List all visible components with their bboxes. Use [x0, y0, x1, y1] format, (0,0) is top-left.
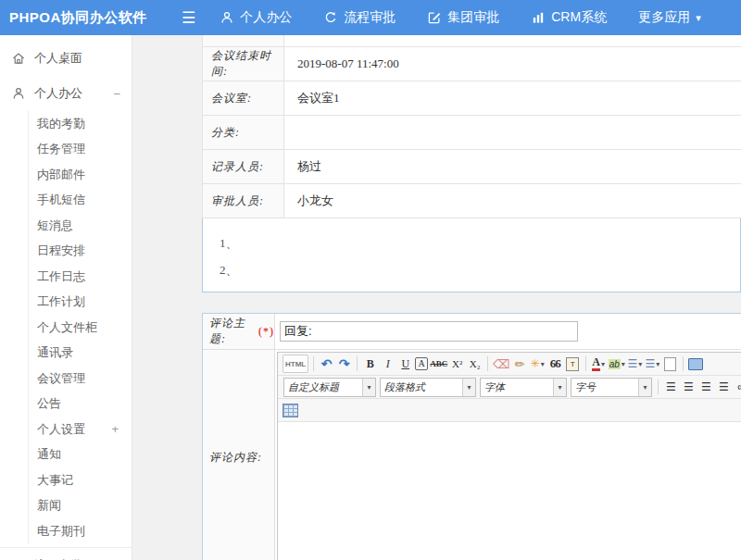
autoformat-icon[interactable]: ✳▾: [530, 355, 546, 372]
underline-icon[interactable]: U: [397, 355, 413, 372]
row-approver: 审批人员: 小龙女: [203, 184, 741, 218]
align-center-icon[interactable]: ☰: [681, 379, 697, 395]
field-label: 会议室:: [203, 81, 284, 115]
nav-crm[interactable]: CRM系统: [531, 9, 607, 26]
paragraph-format-select[interactable]: 段落格式▾: [380, 378, 476, 397]
bold-icon[interactable]: B: [362, 355, 378, 372]
field-value: 杨过: [284, 150, 741, 183]
top-header: PHPOA协同办公软件 ☰ 个人办公 流程审批 集团审批 CRM系统 更多应用 …: [0, 0, 741, 35]
justify-icon[interactable]: ☰: [716, 379, 732, 395]
sidebar-item-internal-mail[interactable]: 内部邮件: [29, 162, 132, 188]
sidebar-item-contacts[interactable]: 通讯录: [29, 341, 132, 367]
sidebar-item-personal-desktop[interactable]: 个人桌面: [0, 41, 132, 76]
sidebar-item-my-attendance[interactable]: 我的考勤: [29, 111, 132, 137]
blockquote-icon[interactable]: 66: [547, 355, 563, 372]
main-content: 会议结束时间: 2019-08-07 11:47:00 会议室: 会议室1 分类…: [132, 35, 741, 560]
field-label: 记录人员:: [203, 150, 284, 183]
cycle-icon: [323, 10, 338, 25]
field-label: 审批人员:: [203, 184, 284, 218]
format-brush-icon[interactable]: ✏: [512, 355, 528, 372]
row-comment-content: 评论内容: HTML ↶ ↷ B I U: [203, 350, 741, 560]
link-icon[interactable]: ∞: [734, 379, 741, 395]
subscript-icon[interactable]: X₂: [467, 355, 483, 372]
eraser-icon[interactable]: ⌫: [493, 355, 509, 372]
highlight-icon[interactable]: ab▾: [609, 355, 625, 372]
field-label: 分类:: [203, 116, 284, 149]
editor-toolbar-row2: 自定义标题▾ 段落格式▾ 字体▾ 字号▾ ☰ ☰ ☰ ☰ ∞ ⊘: [278, 376, 741, 399]
sidebar-item-meeting-management[interactable]: 会议管理: [29, 366, 132, 392]
editor-toolbar-row1: HTML ↶ ↷ B I U A ABC X² X₂: [278, 353, 741, 376]
editor-toolbar-row3: [278, 399, 741, 422]
nav-workflow-approval[interactable]: 流程审批: [323, 9, 396, 26]
sidebar-item-personal-office[interactable]: 个人办公 −: [0, 76, 132, 111]
html-source-button[interactable]: HTML: [283, 355, 308, 373]
bar-chart-icon: [531, 10, 546, 25]
font-size-select[interactable]: 字号▾: [571, 378, 652, 397]
chevron-down-icon: ▾: [656, 360, 659, 368]
font-color-icon[interactable]: A▾: [591, 355, 607, 372]
row-comment-subject: 评论主题: (*): [203, 314, 741, 350]
superscript-icon[interactable]: X²: [449, 355, 465, 372]
minutes-line: 2、: [220, 262, 740, 279]
top-nav: 个人办公 流程审批 集团审批 CRM系统 更多应用 ▾: [220, 9, 700, 26]
font-family-select[interactable]: 字体▾: [480, 378, 567, 397]
field-label: 会议结束时间:: [203, 47, 284, 81]
chevron-down-icon: ▾: [541, 360, 545, 368]
user-icon: [220, 10, 234, 25]
sidebar-item-announcements[interactable]: 公告: [29, 392, 132, 417]
strikethrough-icon[interactable]: ABC: [430, 355, 447, 372]
new-page-icon[interactable]: [662, 355, 678, 372]
sidebar-item-personal-files[interactable]: 个人文件柜: [29, 315, 132, 341]
nav-personal-office[interactable]: 个人办公: [220, 9, 292, 26]
redo-icon[interactable]: ↷: [336, 355, 352, 372]
nav-more-apps[interactable]: 更多应用 ▾: [638, 9, 701, 26]
undo-icon[interactable]: ↶: [319, 355, 334, 372]
unordered-list-icon[interactable]: ☰▾: [645, 355, 660, 372]
italic-icon[interactable]: I: [380, 355, 396, 372]
menu-toggle-icon[interactable]: ☰: [182, 8, 195, 28]
sidebar-item-task-management[interactable]: 任务管理: [29, 137, 132, 163]
align-right-icon[interactable]: ☰: [698, 379, 714, 395]
field-value: 会议室1: [284, 81, 741, 115]
sidebar-item-short-message[interactable]: 短消息: [29, 213, 132, 239]
fullscreen-icon[interactable]: [688, 355, 704, 372]
table-row: [203, 35, 741, 47]
sidebar-item-e-journal[interactable]: 电子期刊: [29, 518, 132, 544]
home-icon: [11, 51, 26, 66]
chevron-down-icon: ▾: [601, 360, 605, 368]
sidebar-item-news[interactable]: 新闻: [29, 493, 132, 519]
sidebar-item-work-log[interactable]: 工作日志: [29, 264, 132, 290]
align-left-icon[interactable]: ☰: [663, 379, 679, 395]
row-recorder: 记录人员: 杨过: [203, 150, 741, 184]
editor-content-area[interactable]: [278, 422, 741, 560]
sidebar-item-schedule[interactable]: 日程安排: [29, 239, 132, 265]
heading-select[interactable]: 自定义标题▾: [283, 378, 376, 397]
sidebar-item-events[interactable]: 大事记: [29, 467, 132, 493]
font-style-icon[interactable]: A: [415, 357, 428, 370]
sidebar-item-personal-settings[interactable]: 个人设置+: [29, 417, 132, 442]
meeting-detail-table: 会议结束时间: 2019-08-07 11:47:00 会议室: 会议室1 分类…: [202, 35, 741, 218]
sidebar-item-notifications[interactable]: 通知: [29, 442, 132, 468]
sidebar-item-work-plan[interactable]: 工作计划: [29, 290, 132, 316]
row-meeting-end-time: 会议结束时间: 2019-08-07 11:47:00: [203, 47, 741, 81]
meeting-minutes-box: 1、 2、: [202, 218, 741, 292]
paste-icon[interactable]: T: [565, 355, 581, 372]
comment-subject-input[interactable]: [280, 321, 578, 342]
nav-group-approval[interactable]: 集团审批: [427, 9, 499, 26]
sidebar-item-workflow-approval[interactable]: 流程审批 +: [0, 548, 132, 560]
sidebar-item-mobile-sms[interactable]: 手机短信: [29, 188, 132, 214]
chevron-down-icon: ▾: [622, 360, 625, 368]
chevron-down-icon: ▾: [362, 379, 375, 396]
chevron-down-icon: ▾: [553, 379, 566, 396]
expand-icon[interactable]: +: [111, 422, 119, 436]
collapse-icon[interactable]: −: [113, 87, 120, 101]
edit-icon: [427, 10, 442, 25]
field-value: [284, 116, 741, 149]
user-icon: [11, 86, 26, 101]
insert-table-icon[interactable]: [283, 402, 298, 418]
ordered-list-icon[interactable]: ☰▾: [627, 355, 643, 372]
row-category: 分类:: [203, 116, 741, 150]
field-value: 小龙女: [284, 184, 741, 218]
chevron-down-icon: ▾: [638, 379, 651, 396]
required-mark: (*): [258, 325, 274, 339]
